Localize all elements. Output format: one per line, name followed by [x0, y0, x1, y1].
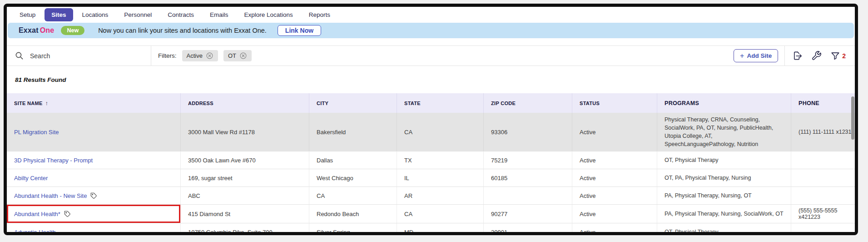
- site-name-link[interactable]: PL Migration Site: [14, 129, 59, 136]
- cell-address: 10750 Columbia Pike, Suite 700: [181, 223, 309, 235]
- plus-icon: +: [740, 53, 744, 59]
- cell-programs: OT, Physical Therapy: [657, 223, 791, 235]
- cell-zip: 90277: [484, 205, 572, 223]
- tab-reports[interactable]: Reports: [302, 8, 337, 21]
- filter-chip-ot[interactable]: OT: [223, 50, 252, 61]
- cell-zip: 75219: [484, 151, 572, 169]
- cell-phone: [791, 223, 858, 235]
- cell-city: Redondo Beach: [309, 205, 397, 223]
- column-label: CITY: [317, 101, 328, 106]
- cell-programs: OT, PA, Physical Therapy, Nursing: [657, 169, 791, 187]
- cell-state: CA: [397, 205, 484, 223]
- cell-address: 169, sugar street: [181, 169, 309, 187]
- table-header: SITE NAME↑ADDRESSCITYSTATEZIP CODESTATUS…: [7, 93, 858, 113]
- column-header-phone[interactable]: PHONE: [791, 93, 858, 113]
- column-label: ZIP CODE: [491, 101, 516, 106]
- filter-count-badge: 2: [842, 52, 846, 60]
- cell-status: Active: [572, 169, 657, 187]
- exxat-one-banner: ExxatOne New Now you can link your sites…: [8, 23, 854, 38]
- filters-label: Filters:: [158, 52, 177, 59]
- tab-emails[interactable]: Emails: [203, 8, 235, 21]
- table-row: Abundant Health - New SiteABCCAARActiveP…: [7, 187, 858, 205]
- toolbar-right: + Add Site 2: [734, 46, 855, 66]
- banner-message: Now you can link your sites and location…: [98, 27, 267, 34]
- tab-locations[interactable]: Locations: [75, 8, 115, 21]
- cell-status: Active: [572, 187, 657, 204]
- cell-state: CA: [397, 113, 484, 151]
- brand-one: One: [40, 26, 55, 34]
- cell-programs: OT, Physical Therapy: [657, 151, 791, 169]
- column-header-zip[interactable]: ZIP CODE: [484, 93, 572, 113]
- search-box[interactable]: [7, 51, 151, 60]
- cell-state: MD: [397, 223, 484, 235]
- column-header-address[interactable]: ADDRESS: [181, 93, 309, 113]
- cell-phone: [791, 151, 858, 169]
- column-label: ADDRESS: [188, 101, 213, 106]
- link-now-button[interactable]: Link Now: [278, 25, 321, 36]
- tab-personnel[interactable]: Personnel: [117, 8, 159, 21]
- column-label: STATE: [404, 101, 421, 106]
- filter-chips: ActiveOT: [182, 50, 252, 61]
- filter-funnel-button[interactable]: 2: [830, 51, 846, 61]
- tab-setup[interactable]: Setup: [13, 8, 42, 21]
- cell-name: Abundant Health*: [7, 205, 181, 223]
- table-row: Abilty Center169, sugar streetWest Chica…: [7, 169, 858, 187]
- cell-name: PL Migration Site: [7, 113, 181, 151]
- column-header-city[interactable]: CITY: [309, 93, 397, 113]
- filter-funnel-icon: [830, 51, 840, 61]
- tab-sites[interactable]: Sites: [45, 8, 73, 21]
- column-label: SITE NAME: [14, 101, 43, 106]
- site-name-link[interactable]: Abundant Health*: [14, 211, 60, 217]
- tab-contracts[interactable]: Contracts: [161, 8, 201, 21]
- column-header-programs[interactable]: PROGRAMS: [657, 93, 791, 113]
- table-row: PL Migration Site3000 Mall View Rd #1178…: [7, 113, 858, 151]
- column-header-state[interactable]: STATE: [397, 93, 484, 113]
- toolbar: Filters: ActiveOT + Add Site 2: [7, 45, 855, 66]
- toolbar-icons: 2: [785, 50, 855, 61]
- remove-filter-icon[interactable]: [206, 52, 213, 60]
- brand-exxat: Exxat: [19, 26, 39, 34]
- cell-zip: 20901: [484, 223, 572, 235]
- cell-status: Active: [572, 113, 657, 151]
- cell-status: Active: [572, 205, 657, 223]
- cell-address: 3500 Oak Lawn Ave #670: [181, 151, 309, 169]
- wrench-icon[interactable]: [811, 50, 822, 61]
- remove-filter-icon[interactable]: [239, 52, 247, 60]
- cell-phone: (111) 111-1111 x123121: [791, 113, 858, 151]
- cell-zip: 93306: [484, 113, 572, 151]
- filter-chip-active[interactable]: Active: [182, 50, 218, 61]
- add-site-button[interactable]: + Add Site: [734, 49, 778, 62]
- column-header-name[interactable]: SITE NAME↑: [7, 93, 181, 113]
- results-count: 81 Results Found: [15, 76, 66, 83]
- cell-city: CA: [309, 187, 397, 204]
- chip-label: Active: [187, 52, 203, 59]
- brand-logo: ExxatOne: [19, 26, 54, 35]
- cell-city: Dallas: [309, 151, 397, 169]
- vertical-scrollbar[interactable]: [851, 96, 854, 140]
- search-input[interactable]: [30, 52, 139, 60]
- sort-ascending-icon: ↑: [45, 100, 49, 106]
- cell-state: TX: [397, 151, 484, 169]
- site-name-link[interactable]: Abundant Health - New Site: [14, 192, 87, 199]
- export-icon[interactable]: [792, 50, 803, 61]
- tag-icon: [90, 192, 97, 199]
- cell-zip: 60185: [484, 169, 572, 187]
- cell-name: 3D Physical Therapy - Prompt: [7, 151, 181, 169]
- app-window: SetupSitesLocationsPersonnelContractsEma…: [4, 4, 858, 235]
- site-name-link[interactable]: Advantia Health: [14, 229, 56, 236]
- tabs-bar: SetupSitesLocationsPersonnelContractsEma…: [7, 7, 855, 23]
- site-name-link[interactable]: Abilty Center: [14, 175, 48, 182]
- tab-explore-locations[interactable]: Explore Locations: [237, 8, 299, 21]
- cell-status: Active: [572, 151, 657, 169]
- cell-state: IL: [397, 169, 484, 187]
- cell-programs: PA, Physical Therapy, Nursing, SocialWor…: [657, 205, 791, 223]
- cell-address: 415 Diamond St: [181, 205, 309, 223]
- cell-address: ABC: [181, 187, 309, 204]
- column-header-status[interactable]: STATUS: [572, 93, 657, 113]
- cell-phone: [791, 187, 858, 204]
- cell-city: West Chicago: [309, 169, 397, 187]
- cell-city: Bakersfield: [309, 113, 397, 151]
- cell-name: Advantia Health: [7, 223, 181, 235]
- add-site-label: Add Site: [747, 52, 772, 59]
- site-name-link[interactable]: 3D Physical Therapy - Prompt: [14, 157, 93, 164]
